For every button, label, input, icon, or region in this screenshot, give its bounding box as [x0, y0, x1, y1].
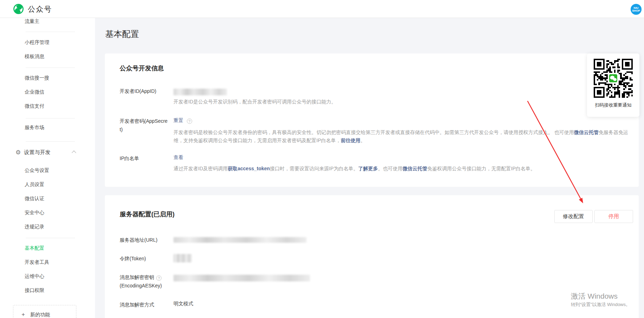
- sidebar-item-miniprogram-management[interactable]: 小程序管理: [25, 39, 49, 46]
- sidebar-item-api-permissions[interactable]: 接口权限: [25, 287, 44, 294]
- brand-title: 公众号: [28, 4, 52, 14]
- aeskey-help-icon[interactable]: ?: [156, 275, 162, 281]
- learn-more-link[interactable]: 了解更多: [358, 166, 378, 171]
- ip-whitelist-label: IP白名单: [120, 154, 139, 163]
- goto-use-link[interactable]: 前往使用: [341, 138, 360, 143]
- disable-button[interactable]: 停用: [594, 210, 633, 223]
- cloud-hosting-link-2[interactable]: 微信云托管: [403, 166, 427, 171]
- sidebar-item-wechat-search[interactable]: 微信搜一搜: [25, 75, 49, 81]
- sidebar-item-template-message[interactable]: 模板消息: [25, 53, 44, 60]
- brand[interactable]: 公众号: [13, 3, 52, 15]
- qr-notification-panel: 扫码接收重要通知: [587, 53, 639, 117]
- reset-link[interactable]: 重置: [173, 117, 183, 123]
- sidebar: 流量主 小程序管理 模板消息 微信搜一搜 企业微信 微信支付 服务市场 ⚙ 设置…: [0, 18, 95, 318]
- sidebar-item-account-settings[interactable]: 公众号设置: [25, 167, 49, 174]
- ip-desc-text-3: 。也可使用: [378, 166, 403, 171]
- appsecret-desc-text-3: 。: [360, 138, 365, 143]
- ip-desc-text-2: 接口时，需要设置访问来源IP为白名单。: [270, 166, 358, 171]
- sidebar-item-security-center[interactable]: 安全中心: [25, 210, 44, 216]
- divider: [26, 118, 75, 119]
- qr-wechat-logo-group: [609, 74, 617, 82]
- page-title: 基本配置: [105, 28, 139, 40]
- ip-whitelist-description: 通过开发者ID及密码调用获取access_token接口时，需要设置访问来源IP…: [173, 165, 631, 173]
- qr-code-svg: [594, 59, 633, 98]
- sidebar-item-wechat-pay[interactable]: 微信支付: [25, 103, 44, 109]
- dev-info-card: 公众号开发信息 开发者ID(AppID) 开发者ID是公众号开发识别码，配合开发…: [105, 53, 639, 187]
- sidebar-item-wechat-verification[interactable]: 微信认证: [25, 196, 44, 202]
- aeskey-label: 消息加解密密钥?: [120, 273, 162, 281]
- gear-icon: ⚙: [15, 150, 21, 155]
- server-config-section-title: 服务器配置(已启用): [120, 210, 175, 218]
- avatar-text-line2: Shop: [632, 9, 640, 12]
- server-url-label: 服务器地址(URL): [120, 236, 157, 244]
- divider: [26, 32, 75, 32]
- qr-code: [594, 59, 633, 98]
- token-redacted-value: [173, 254, 192, 262]
- ip-whitelist-actions: 查看: [173, 154, 183, 161]
- chevron-up-icon: [72, 151, 76, 155]
- aeskey-label-line2: (EncodingAESKey): [120, 281, 162, 290]
- server-config-card: 服务器配置(已启用) 修改配置 停用 服务器地址(URL) 令牌(Token) …: [105, 195, 639, 318]
- sidebar-item-basic-config[interactable]: 基本配置: [25, 245, 44, 252]
- topbar: 公众号 Niu Shop: [0, 0, 644, 18]
- appsecret-desc-text-1: 开发者密码是校验公众号开发者身份的密码，具有极高的安全性。切记勿把密码直接交给第…: [173, 129, 574, 135]
- ip-desc-text-4: 免鉴权调用公众号接口能力，无需配置IP白名单。: [427, 166, 535, 171]
- ip-desc-text-1: 通过开发者ID及密码调用: [173, 166, 228, 171]
- appsecret-help-icon[interactable]: ?: [187, 119, 192, 124]
- account-avatar[interactable]: Niu Shop: [631, 4, 642, 15]
- server-url-redacted-value: [173, 237, 307, 243]
- sidebar-item-service-market[interactable]: 服务市场: [25, 125, 44, 131]
- appid-label: 开发者ID(AppID): [120, 87, 156, 95]
- windows-activation-watermark-line2: 转到“设置”以激活 Windows。: [571, 301, 630, 308]
- plus-icon: ＋: [20, 311, 26, 318]
- view-link[interactable]: 查看: [173, 154, 183, 160]
- aeskey-label-text: 消息加解密密钥: [120, 274, 154, 280]
- sidebar-item-staff-settings[interactable]: 人员设置: [25, 182, 44, 188]
- qr-caption: 扫码接收重要通知: [587, 102, 639, 108]
- sidebar-item-violation-records[interactable]: 违规记录: [25, 224, 44, 230]
- dev-info-section-title: 公众号开发信息: [120, 64, 164, 72]
- token-label: 令牌(Token): [120, 254, 146, 263]
- new-features-label: 新的功能: [30, 312, 50, 318]
- sidebar-group-label: 设置与开发: [24, 149, 50, 156]
- windows-activation-watermark-line1: 激活 Windows: [571, 291, 618, 301]
- appid-description: 开发者ID是公众号开发识别码，配合开发者密码可调用公众号的接口能力。: [173, 98, 631, 106]
- access-token-link[interactable]: 获取access_token: [228, 166, 270, 171]
- appsecret-label: 开发者密码(AppSecret): [120, 117, 169, 134]
- sidebar-item-ops-center[interactable]: 运维中心: [25, 273, 44, 280]
- divider: [26, 141, 75, 142]
- sidebar-item-developer-tools[interactable]: 开发者工具: [25, 259, 49, 266]
- aeskey-redacted-value: [173, 275, 310, 281]
- appsecret-description: 开发者密码是校验公众号开发者身份的密码，具有极高的安全性。切记勿把密码直接交给第…: [173, 128, 631, 145]
- encrypt-method-label: 消息加解密方式: [120, 300, 154, 309]
- sidebar-item-new-features[interactable]: ＋ 新的功能: [13, 305, 76, 318]
- cloud-hosting-link[interactable]: 微信云托管: [574, 129, 599, 135]
- appid-redacted-value: [173, 89, 227, 95]
- sidebar-item-traffic-master[interactable]: 流量主: [25, 18, 39, 25]
- modify-config-button[interactable]: 修改配置: [554, 210, 593, 223]
- sidebar-group-settings-and-dev[interactable]: ⚙ 设置与开发: [15, 149, 86, 156]
- main-content: 基本配置 公众号开发信息 开发者ID(AppID) 开发者ID是公众号开发识别码…: [95, 18, 644, 318]
- appsecret-actions: 重置 ?: [173, 117, 192, 124]
- divider: [26, 68, 75, 68]
- sidebar-item-enterprise-wechat[interactable]: 企业微信: [25, 89, 44, 95]
- encrypt-method-value: 明文模式: [173, 301, 193, 307]
- divider: [26, 238, 75, 238]
- wechat-mp-logo: [13, 3, 24, 15]
